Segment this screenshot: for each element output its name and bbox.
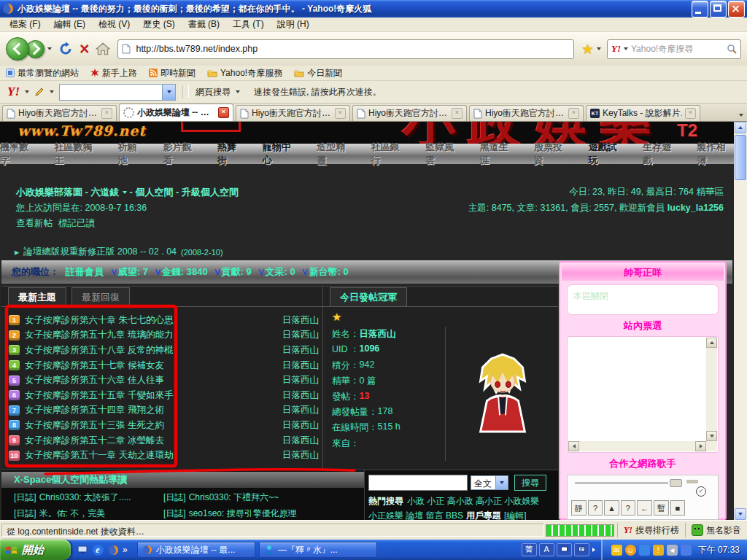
scroll-down-button[interactable] xyxy=(706,431,717,441)
langbar-options-arrow[interactable] xyxy=(592,548,595,552)
close-button[interactable] xyxy=(728,1,745,18)
topic-title-link[interactable]: 女子按摩診第五十一章 天劫之連環劫 xyxy=(25,449,277,462)
tab-latest-replies[interactable]: 最新回復 xyxy=(71,287,130,306)
menu-item[interactable]: 說明 (H) xyxy=(271,17,316,32)
site-search-input[interactable] xyxy=(368,475,468,491)
tray-alert-icon[interactable]: ! xyxy=(653,545,664,556)
topic-author-link[interactable]: 日落西山 xyxy=(282,314,319,327)
nav-link[interactable]: 監獄風雲 xyxy=(425,141,462,167)
ime-pad-icon[interactable] xyxy=(574,543,589,556)
topic-author-link[interactable]: 日落西山 xyxy=(282,359,319,372)
search-scope-select[interactable]: 全文 xyxy=(471,475,508,490)
bookmark-getting-started[interactable]: 新手上路 xyxy=(90,67,137,79)
menu-item[interactable]: 編輯 (E) xyxy=(47,17,92,32)
section-dropdown[interactable] xyxy=(123,191,127,194)
topic-title-link[interactable]: 女子按摩診所第五十六章 佳人往事 xyxy=(25,374,277,386)
tab-latest-topics[interactable]: 最新主題 xyxy=(8,287,66,306)
user-topics-link[interactable]: 用戶專題 xyxy=(466,510,501,520)
browser-scrollbar[interactable] xyxy=(734,122,747,520)
tab-close-icon[interactable]: × xyxy=(101,108,112,119)
home-button[interactable] xyxy=(96,42,110,55)
bookmark-star-icon[interactable]: ★ xyxy=(581,41,594,58)
search-input[interactable]: Yahoo!奇摩搜尋 xyxy=(631,43,724,55)
topic-title-link[interactable]: 女子按摩診所第五十五章 千變如來手 xyxy=(25,389,277,402)
tab-3[interactable]: Hiyo衝天跑官方討… × xyxy=(236,105,350,121)
player-button[interactable]: ? xyxy=(621,500,635,516)
player-button[interactable]: 暫 xyxy=(654,500,669,516)
xspace-entry[interactable]: [日誌]seo1seo: 搜尋引擎優化原理 xyxy=(163,508,357,520)
hot-search-line1[interactable]: 熱門搜尋小政 小正 高小政 高小正 小政娛樂 xyxy=(368,495,557,508)
tray-network-icon[interactable] xyxy=(681,545,692,556)
xspace-entry[interactable]: [日誌]Chris0330: 太誇張了..... xyxy=(14,491,163,504)
tab-close-icon[interactable]: × xyxy=(218,107,229,118)
yahoo-rank-statusbar-item[interactable]: Y!搜尋排行榜 xyxy=(617,523,685,537)
bookmark-most-visited[interactable]: 最常瀏覽的網站 xyxy=(6,67,79,79)
scroll-up-button[interactable] xyxy=(706,338,717,348)
yahoo-toolbar-logo[interactable]: Y! xyxy=(7,85,20,99)
web-search-dropdown[interactable] xyxy=(236,90,240,93)
mark-read-link[interactable]: 標記已讀 xyxy=(58,218,95,228)
reload-button[interactable] xyxy=(58,42,73,56)
minimize-button[interactable] xyxy=(692,1,708,18)
topic-title-link[interactable]: 女子按摩診所第五十九章 琉璃的能力 xyxy=(25,329,277,341)
topic-author-link[interactable]: 日落西山 xyxy=(282,389,319,402)
firefox-quicklaunch-icon[interactable] xyxy=(107,544,119,556)
hot-search-line2[interactable]: 小正娛樂 論壇 留言 BBS用戶專題[編輯] xyxy=(368,510,557,520)
web-search-button[interactable]: 網頁搜尋 xyxy=(196,86,231,98)
topic-author-link[interactable]: 日落西山 xyxy=(282,374,319,386)
player-seek-track[interactable] xyxy=(575,482,668,484)
tray-volume-icon[interactable]: ◄ xyxy=(667,545,678,556)
view-new-posts-link[interactable]: 查看新帖 xyxy=(16,218,53,228)
menu-item[interactable]: 檔案 (F) xyxy=(3,17,47,32)
wretch-video-statusbar-item[interactable]: 無名影音 xyxy=(685,523,747,537)
maximize-button[interactable] xyxy=(710,1,727,18)
nav-link[interactable]: 社區銀行 xyxy=(371,141,408,167)
nav-link[interactable]: 造型精靈 xyxy=(317,141,353,167)
nav-link[interactable]: 社區數獨王 xyxy=(54,141,100,167)
nav-link[interactable]: 祈願池 xyxy=(118,141,146,167)
menu-item[interactable]: 歷史 (S) xyxy=(136,17,181,32)
nav-link[interactable]: 股票投資 xyxy=(534,141,570,167)
tray-update-icon[interactable] xyxy=(639,545,650,556)
xspace-entry[interactable]: [日誌]米。佑: 不，完美 xyxy=(14,508,163,520)
nav-link[interactable]: 黑道生涯 xyxy=(480,141,516,167)
tab-close-icon[interactable]: × xyxy=(452,108,462,119)
topic-author-link[interactable]: 日落西山 xyxy=(282,449,319,462)
ime-indicator[interactable]: 菁 xyxy=(522,543,537,556)
url-input[interactable] xyxy=(134,43,570,55)
player-button[interactable]: ▲ xyxy=(604,500,619,516)
nav-link[interactable]: 製作相簿 xyxy=(697,141,734,167)
toolbar-search-input[interactable] xyxy=(60,85,162,100)
pencil-dropdown[interactable] xyxy=(50,90,54,93)
magnifier-icon[interactable] xyxy=(727,44,737,54)
tab-4[interactable]: Hiyo衝天跑官方討… × xyxy=(352,105,467,121)
ime-mode-a[interactable]: A xyxy=(539,543,554,556)
player-seek-handle[interactable] xyxy=(670,479,682,487)
scroll-right-button[interactable] xyxy=(695,441,706,451)
tab-daily-champion[interactable]: 今日發帖冠軍 xyxy=(330,287,407,306)
player-button[interactable]: ■ xyxy=(670,500,685,516)
stop-button[interactable]: × xyxy=(80,42,89,56)
topic-author-link[interactable]: 日落西山 xyxy=(282,419,319,432)
show-desktop-icon[interactable] xyxy=(77,544,88,556)
tab-2-active[interactable]: 小政娛樂論壇 -- … × xyxy=(119,104,233,121)
horizontal-scrollbar[interactable] xyxy=(568,441,717,451)
nav-link[interactable]: 寵物中心 xyxy=(263,141,299,167)
site-search-button[interactable]: 搜尋 xyxy=(514,475,546,491)
player-volume-bar[interactable] xyxy=(686,480,698,483)
toolbar-splitter[interactable] xyxy=(182,85,189,98)
topic-title-link[interactable]: 女子按摩診所第五十八章 反常的神棍 xyxy=(25,344,277,357)
back-button[interactable] xyxy=(6,37,29,61)
topic-author-link[interactable]: 日落西山 xyxy=(282,404,319,416)
tray-mail-icon[interactable]: ✉ xyxy=(611,545,622,556)
ime-keyboard-icon[interactable] xyxy=(557,543,572,556)
tab-5[interactable]: Hiyo衝天跑官方討… × xyxy=(469,105,584,121)
announcement[interactable]: ▸ 論壇總版規重新修正版 2008 -- 02 . 04 (2008-2-10) xyxy=(15,246,223,258)
xspace-entry[interactable]: [日誌]Chris0330: 下禮拜六~~ xyxy=(163,491,357,504)
bookmark-latest-news[interactable]: 即時新聞 xyxy=(149,67,196,79)
nav-link[interactable]: 熱舞街 xyxy=(217,141,245,167)
topic-title-link[interactable]: 女子按摩診所第六十章 朱七七的心思 xyxy=(25,314,277,327)
topic-title-link[interactable]: 女子按摩診所第五十三張 生死之約 xyxy=(25,419,277,432)
tray-messenger-icon[interactable]: ☺ xyxy=(625,545,636,556)
topic-title-link[interactable]: 女子按摩診所第五十七章 候補女友 xyxy=(25,359,277,372)
